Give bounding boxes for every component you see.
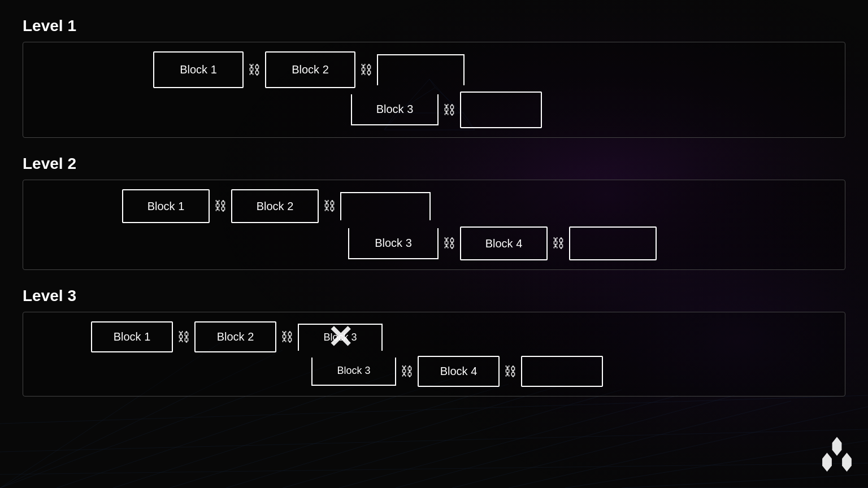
level-3-block-empty [521, 356, 603, 387]
level-2-section: Level 2 Block 1 ⛓ Block 2 ⛓ [23, 155, 845, 270]
level-2-block-2: Block 2 [231, 189, 319, 223]
level-2-block-empty [569, 226, 657, 260]
level-3-row-1: Block 1 ⛓ Block 2 ⛓ Block 3 ✕ [91, 321, 834, 352]
level-3-block-2: Block 2 [194, 321, 276, 352]
level-1-block-1: Block 1 [153, 51, 244, 88]
chain-icon-11: ⛓ [504, 364, 517, 379]
level-2-container: Block 1 ⛓ Block 2 ⛓ Block 3 ⛓ [23, 180, 845, 270]
avalanche-logo [817, 435, 857, 474]
level-3-container: Block 1 ⛓ Block 2 ⛓ Block 3 ✕ [23, 312, 845, 396]
logo-area [817, 435, 857, 477]
level-1-block-empty [460, 91, 542, 128]
level-3-title: Level 3 [23, 287, 845, 305]
level-2-block-1: Block 1 [122, 189, 210, 223]
chain-icon-3: ⛓ [443, 103, 455, 117]
level-1-container: Block 1 ⛓ Block 2 ⛓ Block 3 [23, 42, 845, 138]
chain-icon-8: ⛓ [177, 330, 190, 345]
svg-line-29 [0, 463, 868, 474]
chain-icon-7: ⛓ [552, 236, 565, 251]
svg-marker-31 [822, 453, 832, 472]
level-1-title: Level 1 [23, 17, 845, 35]
level-2-row-2: Block 3 ⛓ Block 4 ⛓ [348, 226, 834, 260]
main-content: Level 1 Block 1 ⛓ Block 2 ⛓ [0, 0, 868, 430]
level-1-block-2: Block 2 [265, 51, 355, 88]
chain-icon-2: ⛓ [360, 63, 372, 77]
level-2-block-4: Block 4 [460, 226, 548, 260]
level-1-section: Level 1 Block 1 ⛓ Block 2 ⛓ [23, 17, 845, 138]
level-3-row-2: Block 3 ⛓ Block 4 ⛓ [311, 356, 834, 387]
level-3-section: Level 3 Block 1 ⛓ Block 2 ⛓ Block [23, 287, 845, 396]
chain-icon-10: ⛓ [401, 364, 413, 379]
level-3-block-4: Block 4 [418, 356, 500, 387]
chain-icon-9: ⛓ [281, 330, 293, 345]
chain-icon-6: ⛓ [443, 236, 455, 251]
svg-marker-30 [832, 437, 842, 456]
level-1-row-2: Block 3 ⛓ [351, 91, 834, 128]
svg-marker-32 [842, 453, 852, 472]
chain-icon-1: ⛓ [248, 63, 261, 77]
level-1-row-1: Block 1 ⛓ Block 2 ⛓ [153, 51, 834, 88]
chain-icon-4: ⛓ [214, 199, 227, 213]
level-2-title: Level 2 [23, 155, 845, 173]
level-3-block-1: Block 1 [91, 321, 173, 352]
svg-line-28 [0, 429, 868, 452]
chain-icon-5: ⛓ [323, 199, 336, 213]
level-2-row-1: Block 1 ⛓ Block 2 ⛓ [122, 189, 834, 223]
